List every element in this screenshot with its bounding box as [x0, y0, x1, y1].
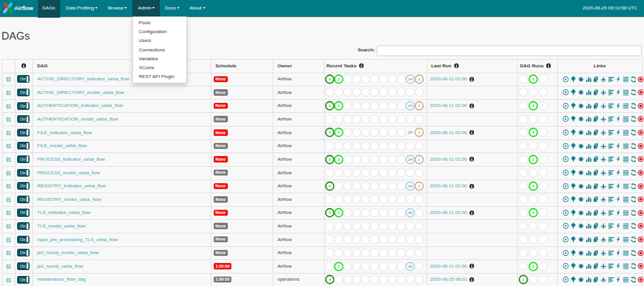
- svg-text:3: 3: [532, 210, 534, 214]
- svg-text:24: 24: [408, 77, 413, 81]
- svg-text:3: 3: [532, 184, 534, 188]
- svg-text:3: 3: [532, 157, 534, 161]
- svg-text:26: 26: [408, 264, 413, 268]
- svg-text:3: 3: [532, 130, 534, 134]
- svg-text:24: 24: [408, 103, 413, 108]
- svg-text:24: 24: [408, 157, 413, 161]
- svg-text:3: 3: [532, 103, 534, 108]
- svg-text:2: 2: [532, 264, 534, 268]
- svg-text:24: 24: [408, 130, 413, 134]
- svg-text:24: 24: [408, 184, 413, 188]
- svg-text:28: 28: [408, 210, 413, 214]
- svg-text:3: 3: [532, 77, 534, 81]
